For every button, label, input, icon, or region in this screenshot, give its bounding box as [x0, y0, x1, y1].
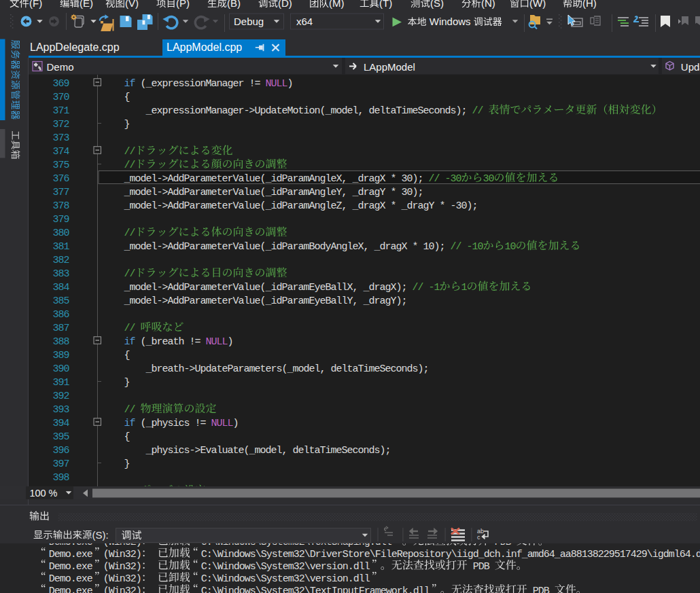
svg-text:_model->AddParameterValue(_idP: _model->AddParameterValue(_idParamEyeBal… — [124, 295, 359, 307]
svg-text:!=: != — [195, 418, 207, 429]
svg-text:383: 383 — [53, 268, 70, 280]
svg-text:389: 389 — [53, 350, 70, 361]
svg-text://: // — [124, 146, 136, 158]
svg-text:C:\Windows\System32\version.dl: C:\Windows\System32\version.dll — [201, 573, 370, 585]
svg-text:): ) — [228, 336, 234, 348]
svg-text://: // — [413, 282, 424, 293]
svg-text:LAppModel: LAppModel — [364, 61, 415, 73]
svg-text:_dragY: _dragY — [352, 187, 386, 198]
svg-text:NULL: NULL — [206, 336, 228, 348]
svg-text:385: 385 — [53, 295, 70, 307]
svg-text:371: 371 — [53, 105, 70, 117]
svg-text:369: 369 — [53, 78, 70, 90]
svg-text:30);: 30); — [402, 173, 424, 185]
svg-text:373: 373 — [53, 132, 70, 144]
svg-text:C:\Windows\System32\TextInputF: C:\Windows\System32\TextInputFramework.d… — [201, 586, 430, 593]
svg-text:(S): (S) — [430, 0, 444, 9]
svg-text:379: 379 — [53, 214, 70, 226]
svg-text:!=: != — [190, 336, 201, 348]
svg-text:_physics->Evaluate(_model,: _physics->Evaluate(_model, — [145, 445, 288, 456]
svg-text:(W): (W) — [529, 0, 546, 9]
svg-text:374: 374 — [53, 146, 70, 158]
svg-text:398: 398 — [53, 472, 70, 484]
svg-text:_model->AddParameterValue(_idP: _model->AddParameterValue(_idParamAngleY… — [124, 187, 348, 198]
svg-text:(Win32): (Win32) — [103, 549, 142, 560]
svg-text:(Win32): (Win32) — [103, 561, 142, 573]
svg-text:(_breath: (_breath — [141, 336, 185, 348]
svg-text:if: if — [124, 418, 136, 429]
svg-text:30: 30 — [483, 173, 495, 185]
svg-text:10);: 10); — [423, 241, 446, 253]
svg-text:Windows: Windows — [430, 16, 471, 27]
svg-text:*: * — [391, 187, 397, 198]
svg-text:386: 386 — [53, 309, 70, 321]
svg-text:%: % — [49, 488, 58, 499]
svg-text:{: { — [124, 431, 130, 443]
svg-text://: // — [124, 404, 136, 416]
svg-text:*: * — [440, 200, 446, 212]
svg-text:_dragX);: _dragX); — [363, 282, 408, 293]
svg-text:): ) — [233, 418, 239, 429]
svg-text:Demo.exe: Demo.exe — [49, 561, 93, 573]
svg-text:376: 376 — [53, 173, 70, 185]
svg-text:_model->AddParameterValue(_idP: _model->AddParameterValue(_idParamEyeBal… — [124, 282, 359, 293]
svg-text:_dragY: _dragY — [401, 200, 435, 212]
svg-text:388: 388 — [53, 336, 70, 348]
svg-text:*: * — [391, 200, 397, 212]
svg-text:c: c — [477, 534, 480, 541]
svg-text:10: 10 — [505, 241, 517, 253]
svg-text:(E): (E) — [80, 0, 93, 9]
svg-text:LAppModel.cpp: LAppModel.cpp — [167, 41, 242, 53]
svg-text:387: 387 — [53, 323, 70, 334]
svg-text:397: 397 — [53, 459, 70, 470]
svg-text:100: 100 — [29, 488, 46, 499]
svg-text:-30: -30 — [445, 173, 462, 185]
svg-text:381: 381 — [53, 241, 70, 253]
svg-text:(M): (M) — [329, 0, 345, 9]
svg-text:372: 372 — [53, 119, 70, 130]
svg-text:(D): (D) — [278, 0, 292, 9]
svg-text:_model->AddParameterValue(_idP: _model->AddParameterValue(_idParamAngleZ… — [124, 200, 348, 212]
svg-text:1: 1 — [461, 282, 468, 293]
svg-text:C:\Windows\System32\version.dl: C:\Windows\System32\version.dll — [201, 561, 370, 573]
svg-text:(F): (F) — [29, 0, 42, 9]
svg-text:if: if — [124, 336, 136, 348]
svg-text:-30);: -30); — [451, 200, 478, 212]
svg-text:x64: x64 — [296, 16, 313, 27]
svg-text:PDB: PDB — [473, 561, 490, 573]
svg-text:NULL: NULL — [211, 418, 234, 429]
svg-text:390: 390 — [53, 363, 70, 375]
svg-text:-10: -10 — [467, 241, 484, 253]
svg-text://: // — [124, 228, 136, 239]
svg-text:377: 377 — [53, 187, 70, 198]
svg-text:): ) — [287, 78, 294, 90]
svg-text:(B): (B) — [227, 0, 241, 9]
svg-text:_model->AddParameterValue(_idP: _model->AddParameterValue(_idParamBodyAn… — [124, 241, 370, 253]
svg-text:deltaTimeSeconds);: deltaTimeSeconds); — [293, 445, 391, 456]
svg-text:NULL: NULL — [266, 78, 288, 90]
svg-text:}: } — [124, 119, 130, 130]
svg-text:_dragX: _dragX — [374, 241, 408, 253]
svg-text:(Win32): (Win32) — [103, 586, 142, 593]
svg-text:395: 395 — [53, 431, 70, 443]
svg-text:Upda: Upda — [681, 61, 700, 73]
svg-text:{: { — [124, 350, 130, 361]
svg-text:393: 393 — [53, 404, 70, 416]
svg-text:382: 382 — [53, 255, 70, 266]
svg-text:!=: != — [249, 78, 261, 90]
svg-text:{: { — [124, 92, 130, 103]
svg-text:378: 378 — [53, 200, 70, 212]
svg-text:(P): (P) — [176, 0, 190, 9]
svg-text:_breath->UpdateParameters(_mod: _breath->UpdateParameters(_model, — [145, 363, 326, 375]
svg-text:_dragY);: _dragY); — [363, 295, 408, 307]
svg-text:*: * — [413, 241, 419, 253]
svg-text:Demo.exe: Demo.exe — [49, 573, 93, 585]
svg-text:370: 370 — [53, 92, 70, 103]
svg-text:(Win32): (Win32) — [103, 573, 142, 585]
svg-text:_model->AddParameterValue(_idP: _model->AddParameterValue(_idParamAngleX… — [124, 173, 348, 185]
svg-text:deltaTimeSeconds);: deltaTimeSeconds); — [369, 105, 468, 117]
svg-text:Demo.exe: Demo.exe — [49, 549, 93, 560]
svg-text://: // — [124, 160, 136, 171]
svg-text:391: 391 — [53, 377, 70, 389]
svg-text:30);: 30); — [402, 187, 424, 198]
